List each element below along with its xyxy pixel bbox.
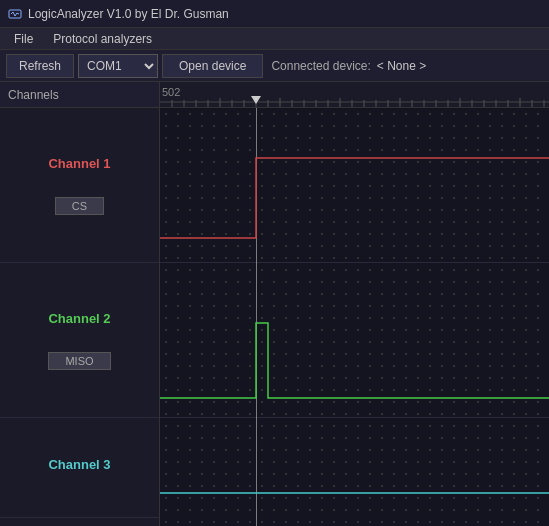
channel-3-name: Channel 3 [48,457,110,472]
channel-2-name: Channel 2 [48,311,110,326]
connected-device-value: < None > [377,59,426,73]
channel-1-tag[interactable]: CS [55,197,104,215]
cursor-triangle [251,96,261,104]
channel-1-block: Channel 1 CS [0,108,159,263]
menu-protocol-analyzers[interactable]: Protocol analyzers [43,30,162,48]
menu-file[interactable]: File [4,30,43,48]
channel-2-block: Channel 2 MISO [0,263,159,418]
channel-2-tag[interactable]: MISO [48,352,110,370]
svg-line-4 [17,13,19,14]
connected-device-label: Connected device: [271,59,370,73]
waveform-area[interactable]: 502 [160,82,549,526]
svg-line-3 [15,13,17,16]
channel-3-block: Channel 3 [0,418,159,518]
app-title: LogicAnalyzer V1.0 by El Dr. Gusman [28,7,229,21]
svg-line-2 [13,12,15,16]
title-bar: LogicAnalyzer V1.0 by El Dr. Gusman [0,0,549,28]
svg-rect-0 [9,10,21,18]
refresh-button[interactable]: Refresh [6,54,74,78]
open-device-button[interactable]: Open device [162,54,263,78]
app-icon [8,7,22,21]
menu-bar: File Protocol analyzers [0,28,549,50]
com-port-select[interactable]: COM1 COM2 COM3 COM4 [78,54,158,78]
ruler-ticks-svg [160,82,549,108]
channel-1-signal [160,158,549,238]
channel-1-name: Channel 1 [48,156,110,171]
waveform-svg [160,108,549,522]
waveform-ruler: 502 [160,82,549,108]
channels-label: Channels [8,88,59,102]
channels-panel: Channels Channel 1 CS Channel 2 MISO Cha… [0,82,160,526]
toolbar: Refresh COM1 COM2 COM3 COM4 Open device … [0,50,549,82]
waveform-canvas[interactable] [160,108,549,526]
channels-header: Channels [0,82,159,108]
channel-2-signal [160,323,549,398]
main-area: Channels Channel 1 CS Channel 2 MISO Cha… [0,82,549,526]
